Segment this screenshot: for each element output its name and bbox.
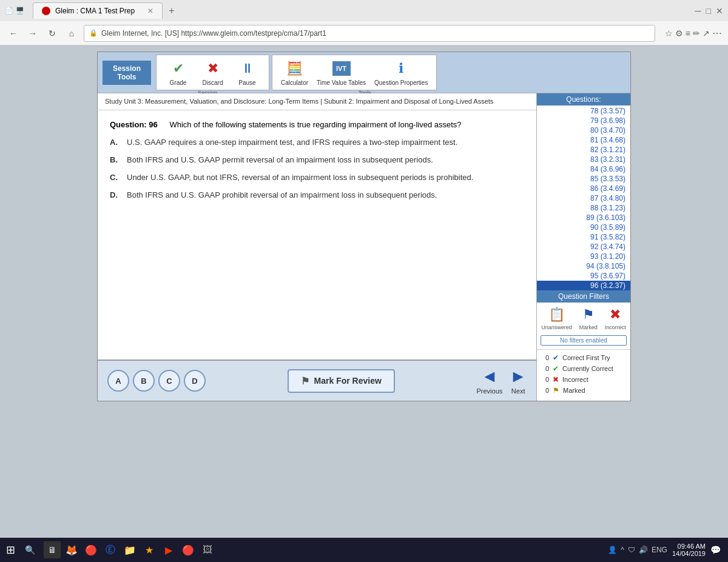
question-list-item-94[interactable]: 94 (3.8.105) <box>537 261 630 271</box>
prev-arrow-icon: ◄ <box>481 367 498 386</box>
network-icon: 👤 <box>608 546 617 554</box>
marked-count: 0 <box>542 387 549 394</box>
address-bar-row: ← → ↻ ⌂ 🔒 Gleim Internet, Inc. [US] http… <box>0 21 728 45</box>
taskbar-icon-8[interactable]: 🔴 <box>180 541 197 558</box>
filter-unanswered[interactable]: 📋 Unanswered <box>541 306 572 330</box>
browser-actions: ☆ ⚙ ≡ ✏ ↗ ⋯ <box>665 27 722 39</box>
hub-icon[interactable]: ≡ <box>686 28 690 38</box>
answer-buttons: A B C D <box>107 370 206 392</box>
share-icon[interactable]: ↗ <box>703 28 710 38</box>
filter-marked[interactable]: ⚑ Marked <box>579 306 598 330</box>
question-list-item-89[interactable]: 89 (3.6.103) <box>537 213 630 222</box>
filter-incorrect[interactable]: ✖ Incorrect <box>605 306 626 330</box>
notes-icon[interactable]: ✏ <box>693 28 700 38</box>
previous-button[interactable]: ◄ Previous <box>476 367 502 395</box>
answer-b-button[interactable]: B <box>133 370 155 392</box>
question-list-item-84[interactable]: 84 (3.6.96) <box>537 164 630 174</box>
minimize-btn[interactable]: ─ <box>695 6 701 16</box>
more-icon[interactable]: ⋯ <box>712 27 722 39</box>
bottom-bar: A B C D ⚑ Mark For Review ◄ P <box>98 360 536 401</box>
answer-d-button[interactable]: D <box>184 370 206 392</box>
study-unit-bar: Study Unit 3: Measurement, Valuation, an… <box>98 93 536 110</box>
taskbar-icon-3[interactable]: 🔴 <box>83 541 99 558</box>
new-tab-btn[interactable]: + <box>169 5 174 16</box>
answer-choices: A. U.S. GAAP requires a one-step impairm… <box>110 138 524 199</box>
tools-label-text: Tools <box>110 73 144 81</box>
taskbar-icon-6[interactable]: ★ <box>141 541 158 558</box>
question-list-item-83[interactable]: 83 (3.2.31) <box>537 155 630 164</box>
bookmark-icon[interactable]: ☆ <box>665 28 673 38</box>
question-list-item-85[interactable]: 85 (3.3.53) <box>537 174 630 184</box>
discard-button[interactable]: ✖ Discard <box>196 58 229 87</box>
tab-new[interactable]: ✕ <box>147 7 153 15</box>
marked-filter-icon: ⚑ <box>580 306 597 323</box>
mark-for-review-button[interactable]: ⚑ Mark For Review <box>288 369 395 393</box>
incorrect-stat-label: Incorrect <box>562 376 588 383</box>
taskbar: ⊞ 🔍 🖥 🦊 🔴 Ⓔ 📁 ★ ▶ <box>0 538 728 562</box>
check-green-icon: ✔ <box>553 364 559 373</box>
calculator-button[interactable]: 🧮 Calculator <box>277 58 312 87</box>
home-btn[interactable]: ⌂ <box>64 26 79 41</box>
next-button[interactable]: ► Next <box>510 367 527 395</box>
taskbar-search[interactable]: 🔍 <box>21 545 39 555</box>
close-btn[interactable]: ✕ <box>716 6 723 16</box>
question-list-item-93[interactable]: 93 (3.1.20) <box>537 252 630 261</box>
choice-a: A. U.S. GAAP requires a one-step impairm… <box>110 138 524 147</box>
arrow-up-icon: ^ <box>621 546 624 554</box>
question-list-item-92[interactable]: 92 (3.4.74) <box>537 242 630 252</box>
answer-c-button[interactable]: C <box>158 370 180 392</box>
question-list-item-86[interactable]: 86 (3.4.69) <box>537 184 630 193</box>
pause-button[interactable]: ⏸ Pause <box>231 58 264 87</box>
taskbar-icon-5[interactable]: 📁 <box>121 541 138 558</box>
grade-button[interactable]: ✔ Grade <box>161 58 195 87</box>
extensions-icon[interactable]: ⚙ <box>675 28 683 38</box>
questions-header: Questions: <box>537 93 630 105</box>
taskbar-icon-4[interactable]: Ⓔ <box>102 541 119 558</box>
question-list-item-79[interactable]: 79 (3.6.98) <box>537 116 630 125</box>
question-filters: 📋 Unanswered ⚑ Marked ✖ Incorrect <box>537 303 630 349</box>
question-list-item-78[interactable]: 78 (3.3.57) <box>537 106 630 116</box>
question-list-item-95[interactable]: 95 (3.6.97) <box>537 271 630 281</box>
taskbar-icon-2[interactable]: 🦊 <box>63 541 80 558</box>
choice-d-letter: D. <box>110 190 122 199</box>
back-btn[interactable]: ← <box>6 26 21 41</box>
question-list-item-81[interactable]: 81 (3.4.68) <box>537 135 630 145</box>
flag-icon: ⚑ <box>553 386 559 395</box>
maximize-btn[interactable]: □ <box>706 6 711 16</box>
next-arrow-icon: ► <box>510 367 527 386</box>
lang-label: ENG <box>652 546 667 554</box>
answer-a-button[interactable]: A <box>107 370 129 392</box>
address-bar[interactable]: 🔒 Gleim Internet, Inc. [US] https://www.… <box>84 25 655 42</box>
nav-buttons: ◄ Previous ► Next <box>476 367 527 395</box>
notification-icon[interactable]: 💬 <box>710 545 721 555</box>
filters-header-text: Question Filters <box>558 292 609 301</box>
app-main: Study Unit 3: Measurement, Valuation, an… <box>98 93 630 401</box>
browser-tab[interactable]: Gleim : CMA 1 Test Prep ✕ <box>33 2 163 19</box>
taskbar-time: 09:46 AM 14/04/2019 <box>672 543 706 557</box>
stat-currently-correct: 0 ✔ Currently Correct <box>542 364 625 373</box>
question-list-item-82[interactable]: 82 (3.1.21) <box>537 145 630 155</box>
no-filters-button[interactable]: No filters enabled <box>541 335 627 346</box>
choice-a-text: U.S. GAAP requires a one-step impairment… <box>127 138 457 147</box>
start-button[interactable]: ⊞ <box>2 543 19 557</box>
stat-marked: 0 ⚑ Marked <box>542 386 625 395</box>
unanswered-icon: 📋 <box>548 306 565 323</box>
refresh-btn[interactable]: ↻ <box>45 26 59 41</box>
windows-security-icon: 🛡 <box>628 546 635 554</box>
question-list-item-90[interactable]: 90 (3.5.89) <box>537 222 630 232</box>
question-list-item-88[interactable]: 88 (3.1.23) <box>537 203 630 213</box>
forward-btn[interactable]: → <box>25 26 40 41</box>
taskbar-icon-7[interactable]: ▶ <box>160 541 177 558</box>
question-list-item-96[interactable]: 96 (3.2.37) <box>537 281 630 290</box>
question-list-item-91[interactable]: 91 (3.5.82) <box>537 232 630 242</box>
question-list-item-87[interactable]: 87 (3.4.80) <box>537 193 630 203</box>
check-blue-icon: ✔ <box>553 353 559 362</box>
taskbar-icon-9[interactable]: 🖼 <box>199 541 216 558</box>
taskbar-icon-1[interactable]: 🖥 <box>44 541 61 558</box>
grade-icon: ✔ <box>169 59 188 78</box>
question-list-item-80[interactable]: 80 (3.4.70) <box>537 125 630 135</box>
time-value-tables-button[interactable]: IVT Time Value Tables <box>313 58 369 87</box>
question-properties-button[interactable]: ℹ Question Properties <box>371 58 431 87</box>
taskbar-icons: 🖥 🦊 🔴 Ⓔ 📁 ★ ▶ 🔴 🖼 <box>44 541 216 558</box>
tvt-label: Time Value Tables <box>317 79 366 86</box>
